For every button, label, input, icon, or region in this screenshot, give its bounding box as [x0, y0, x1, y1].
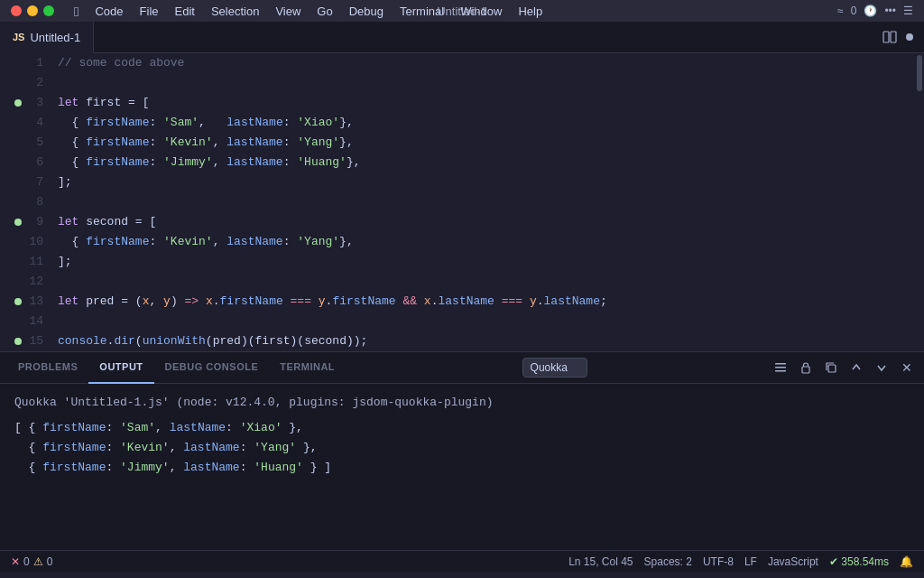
- code-content[interactable]: // some code above let first = [ { first…: [51, 53, 915, 351]
- svg-rect-0: [883, 32, 889, 42]
- editor-scroll: 1 2 3 4 5: [0, 53, 924, 351]
- code-line-13: let pred = (x, y) => x.firstName === y.f…: [58, 292, 908, 312]
- list-icon-button[interactable]: [771, 358, 790, 378]
- tab-actions: [881, 28, 924, 46]
- quokka-time[interactable]: ✔ 358.54ms: [829, 555, 889, 568]
- maximize-button[interactable]: [43, 5, 54, 16]
- line-number: 9: [14, 212, 43, 232]
- output-line-1: [ { firstName: 'Sam', lastName: 'Xiao' }…: [14, 418, 910, 438]
- bottom-panel: PROBLEMS OUTPUT DEBUG CONSOLE TERMINAL Q…: [0, 351, 924, 550]
- js-icon: JS: [13, 32, 24, 42]
- code-line-15: console.dir(unionWith(pred)(first)(secon…: [58, 331, 908, 351]
- tab-problems[interactable]: PROBLEMS: [7, 352, 88, 384]
- panel-tabs: PROBLEMS OUTPUT DEBUG CONSOLE TERMINAL Q…: [0, 352, 924, 384]
- warning-icon: ⚠: [33, 555, 43, 568]
- panel-content: Quokka 'Untitled-1.js' (node: v12.4.0, p…: [0, 384, 924, 550]
- line-number: 11: [14, 252, 43, 272]
- menu-view[interactable]: View: [268, 5, 308, 18]
- menu-file[interactable]: File: [133, 5, 166, 18]
- menu-help[interactable]: Help: [511, 5, 550, 18]
- battery-level: 0: [851, 5, 857, 17]
- editor-main: 1 2 3 4 5: [0, 53, 924, 550]
- cursor-position[interactable]: Ln 15, Col 45: [568, 555, 633, 568]
- split-editor-button[interactable]: [881, 28, 899, 46]
- copy-icon-button[interactable]: [821, 358, 841, 378]
- lock-icon-button[interactable]: [796, 358, 816, 378]
- more-icon: •••: [884, 5, 896, 17]
- down-arrow-button[interactable]: [872, 358, 892, 378]
- line-number: 6: [14, 153, 43, 172]
- line-number: 5: [14, 133, 43, 153]
- clock-icon: 🕐: [864, 5, 877, 17]
- tabbar: JS Untitled-1: [0, 22, 924, 53]
- code-line-11: ];: [58, 252, 908, 272]
- code-line-5: { firstName: 'Kevin', lastName: 'Yang'},: [58, 133, 908, 153]
- code-line-4: { firstName: 'Sam', lastName: 'Xiao'},: [58, 113, 908, 133]
- titlebar:  Code File Edit Selection View Go Debug…: [0, 0, 924, 22]
- code-line-9: let second = [: [58, 212, 908, 232]
- errors-indicator[interactable]: ✕ 0 ⚠ 0: [11, 555, 52, 568]
- warning-count: 0: [47, 555, 53, 568]
- svg-rect-5: [802, 367, 809, 373]
- language-indicator[interactable]: JavaScript: [768, 555, 818, 568]
- minimize-button[interactable]: [27, 5, 38, 16]
- svg-rect-6: [828, 365, 836, 372]
- window-title: Untitled-1: [437, 5, 487, 18]
- line-number: 2: [14, 73, 43, 93]
- dot-indicator: [906, 33, 913, 41]
- code-line-14: [58, 312, 908, 331]
- menu-debug[interactable]: Debug: [342, 5, 391, 18]
- titlebar-right: ≈ 0 🕐 ••• ☰: [837, 5, 913, 17]
- svg-rect-1: [891, 32, 896, 42]
- up-arrow-button[interactable]: [846, 358, 866, 378]
- tab-output[interactable]: OUTPUT: [88, 352, 153, 384]
- tab-debug-console[interactable]: DEBUG CONSOLE: [154, 352, 270, 384]
- svg-rect-2: [775, 363, 786, 365]
- sidebar-icon: ☰: [903, 5, 913, 17]
- code-line-3: let first = [: [58, 93, 908, 113]
- editor-tab[interactable]: JS Untitled-1: [0, 22, 94, 53]
- line-number: 14: [14, 312, 43, 331]
- quokka-dropdown[interactable]: Quokka: [522, 358, 587, 378]
- error-count: 0: [23, 555, 30, 568]
- spaces-indicator[interactable]: Spaces: 2: [644, 555, 692, 568]
- code-line-2: [58, 73, 908, 93]
- code-editor[interactable]: 1 2 3 4 5: [0, 53, 924, 351]
- line-number: 10: [14, 232, 43, 252]
- code-line-12: [58, 272, 908, 292]
- menu-code[interactable]: Code: [88, 5, 130, 18]
- code-line-8: [58, 192, 908, 212]
- tab-filename: Untitled-1: [30, 31, 80, 44]
- line-number: 3: [14, 93, 43, 113]
- output-line-2: { firstName: 'Kevin', lastName: 'Yang' }…: [14, 438, 910, 458]
- line-number: 12: [14, 272, 43, 292]
- line-number: 1: [14, 53, 43, 73]
- encoding-indicator[interactable]: UTF-8: [703, 555, 734, 568]
- panel-tab-actions: ✕: [771, 358, 917, 378]
- statusbar: ✕ 0 ⚠ 0 Ln 15, Col 45 Spaces: 2 UTF-8 LF…: [0, 550, 924, 572]
- apple-menu[interactable]: : [67, 4, 86, 19]
- line-number: 7: [14, 172, 43, 192]
- tab-terminal[interactable]: TERMINAL: [269, 352, 346, 384]
- eol-indicator[interactable]: LF: [744, 555, 757, 568]
- line-numbers: 1 2 3 4 5: [0, 53, 51, 351]
- scrollbar[interactable]: [915, 53, 924, 351]
- close-panel-button[interactable]: ✕: [897, 358, 917, 378]
- quokka-select-wrap: Quokka: [522, 358, 587, 378]
- menu-go[interactable]: Go: [310, 5, 339, 18]
- statusbar-left: ✕ 0 ⚠ 0: [11, 555, 52, 568]
- code-line-1: // some code above: [58, 53, 908, 73]
- notification-icon[interactable]: 🔔: [900, 555, 913, 568]
- code-line-7: ];: [58, 172, 908, 192]
- svg-rect-3: [775, 367, 786, 368]
- close-button[interactable]: [11, 5, 22, 16]
- menu-selection[interactable]: Selection: [204, 5, 266, 18]
- scrollbar-thumb[interactable]: [917, 55, 922, 91]
- svg-rect-4: [775, 370, 786, 372]
- menu-edit[interactable]: Edit: [168, 5, 202, 18]
- output-header: Quokka 'Untitled-1.js' (node: v12.4.0, p…: [14, 393, 910, 413]
- code-line-6: { firstName: 'Jimmy', lastName: 'Huang'}…: [58, 153, 908, 172]
- statusbar-right: Ln 15, Col 45 Spaces: 2 UTF-8 LF JavaScr…: [568, 555, 913, 568]
- code-line-10: { firstName: 'Kevin', lastName: 'Yang'},: [58, 232, 908, 252]
- line-number: 4: [14, 113, 43, 133]
